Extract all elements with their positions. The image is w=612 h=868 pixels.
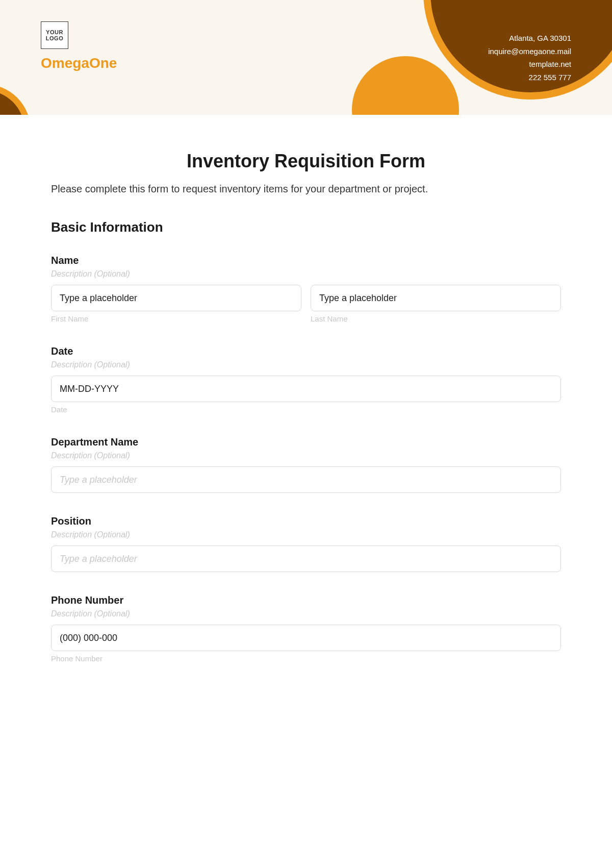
logo-placeholder: YOUR LOGO <box>41 21 68 49</box>
field-desc-position: Description (Optional) <box>51 530 561 539</box>
position-input[interactable] <box>51 545 561 572</box>
contact-email: inquire@omegaone.mail <box>488 45 571 58</box>
field-group-position: Position Description (Optional) <box>51 515 561 572</box>
field-label-date: Date <box>51 345 561 357</box>
logo-text: YOUR LOGO <box>46 29 63 41</box>
field-desc-phone: Description (Optional) <box>51 609 561 618</box>
field-label-position: Position <box>51 515 561 527</box>
contact-block: Atlanta, GA 30301 inquire@omegaone.mail … <box>488 32 571 84</box>
last-name-sublabel: Last Name <box>311 314 561 323</box>
last-name-col: Last Name <box>311 285 561 323</box>
department-input[interactable] <box>51 466 561 493</box>
date-input[interactable] <box>51 376 561 402</box>
page-header: YOUR LOGO OmegaOne Atlanta, GA 30301 inq… <box>0 0 612 115</box>
contact-website: template.net <box>488 58 571 71</box>
field-group-name: Name Description (Optional) First Name L… <box>51 255 561 323</box>
field-label-department: Department Name <box>51 436 561 448</box>
field-desc-date: Description (Optional) <box>51 360 561 369</box>
field-group-date: Date Description (Optional) Date <box>51 345 561 414</box>
contact-address: Atlanta, GA 30301 <box>488 32 571 45</box>
form-subtitle: Please complete this form to request inv… <box>51 183 561 195</box>
section-heading-basic: Basic Information <box>51 219 561 235</box>
form-title: Inventory Requisition Form <box>51 151 561 172</box>
contact-phone: 222 555 777 <box>488 71 571 84</box>
field-label-name: Name <box>51 255 561 266</box>
last-name-input[interactable] <box>311 285 561 311</box>
field-desc-department: Description (Optional) <box>51 451 561 460</box>
decorative-circle-left <box>0 84 31 115</box>
field-group-phone: Phone Number Description (Optional) Phon… <box>51 594 561 663</box>
first-name-col: First Name <box>51 285 301 323</box>
field-group-department: Department Name Description (Optional) <box>51 436 561 493</box>
phone-input[interactable] <box>51 625 561 651</box>
decorative-circle-small <box>352 56 459 115</box>
first-name-input[interactable] <box>51 285 301 311</box>
brand-name: OmegaOne <box>41 55 117 71</box>
first-name-sublabel: First Name <box>51 314 301 323</box>
form-main: Inventory Requisition Form Please comple… <box>0 115 612 688</box>
phone-sublabel: Phone Number <box>51 654 561 663</box>
logo-block: YOUR LOGO OmegaOne <box>41 21 117 71</box>
date-sublabel: Date <box>51 405 561 414</box>
field-desc-name: Description (Optional) <box>51 269 561 279</box>
field-label-phone: Phone Number <box>51 594 561 606</box>
name-input-row: First Name Last Name <box>51 285 561 323</box>
